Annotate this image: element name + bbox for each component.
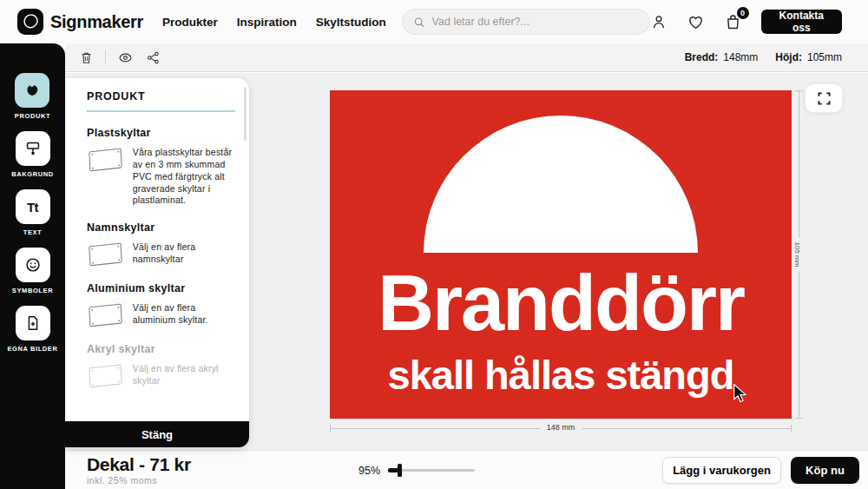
width-dimension-line: 148 mm <box>330 428 792 429</box>
zoom-value: 95% <box>358 465 380 477</box>
product-option-desc: Välj en av flera akryl skyltar <box>133 363 235 387</box>
sidebar-label: PRODUKT <box>15 112 50 120</box>
top-bar: Signmakerr Produkter Inspiration Skyltst… <box>0 0 868 43</box>
search-icon <box>413 16 425 29</box>
account-button[interactable] <box>650 13 667 30</box>
close-panel-button[interactable]: Stäng <box>65 421 249 447</box>
sidebar-item-text[interactable]: Tt TEXT <box>16 189 50 236</box>
mouse-cursor <box>732 384 749 403</box>
top-bar-icons: 0 <box>650 13 742 31</box>
sidebar-label: BAKGRUND <box>11 170 54 178</box>
price-block: Dekal - 71 kr inkl. 25% moms <box>87 454 191 486</box>
contact-button[interactable]: Kontakta oss <box>761 10 842 34</box>
file-plus-icon <box>23 314 43 333</box>
height-value: 105mm <box>807 51 842 63</box>
buy-now-button[interactable]: Köp nu <box>791 457 859 484</box>
sidebar-label: EGNA BILDER <box>8 345 58 353</box>
pebble-logo-icon <box>21 12 40 31</box>
product-option-plastskyltar[interactable]: Plastskyltar Våra plastskyltar består av… <box>87 127 235 207</box>
product-gem-icon <box>23 81 42 100</box>
sign-thumbnail-icon <box>87 147 124 173</box>
cart-count-badge: 0 <box>737 7 749 19</box>
nav-skyltstudion[interactable]: Skyltstudion <box>316 16 386 29</box>
sidebar-label: SYMBOLER <box>12 287 53 294</box>
product-option-akryl[interactable]: Akryl skyltar Välj en av flera akryl sky… <box>87 343 235 389</box>
sidebar-label: TEXT <box>23 228 43 236</box>
preview-button[interactable] <box>117 50 134 66</box>
share-icon <box>146 50 161 65</box>
sidebar-item-bakgrund[interactable]: BAKGRUND <box>11 131 54 178</box>
sign-text-line1[interactable]: Branddörr <box>330 264 792 342</box>
width-dimension-label: 148 mm <box>540 423 582 432</box>
product-option-namnskyltar[interactable]: Namnskyltar Välj en av flera namnskyltar <box>87 221 235 268</box>
delete-button[interactable] <box>79 50 94 65</box>
search-bar[interactable] <box>402 9 650 35</box>
product-option-title: Plastskyltar <box>87 127 235 139</box>
search-input[interactable] <box>432 16 639 28</box>
height-label: Höjd: <box>775 51 802 63</box>
share-button[interactable] <box>146 50 161 65</box>
nav-produkter[interactable]: Produkter <box>162 16 218 29</box>
width-label: Bredd: <box>685 51 719 63</box>
vat-note: inkl. 25% moms <box>87 475 191 486</box>
product-panel-content: PRODUKT Plastskyltar Våra plastskyltar b… <box>65 78 249 421</box>
bottom-bar: Dekal - 71 kr inkl. 25% moms 95% Lägg i … <box>65 450 868 489</box>
sign-text-line2[interactable]: skall hållas stängd <box>330 354 792 395</box>
panel-title: PRODUKT <box>87 90 235 112</box>
zoom-slider[interactable] <box>388 463 475 478</box>
fullscreen-button[interactable] <box>805 83 843 113</box>
paint-roller-icon <box>23 139 43 158</box>
cart-button[interactable]: 0 <box>724 13 742 31</box>
product-option-desc: Välj en av flera aluminium skyltar. <box>133 302 235 327</box>
brand-name[interactable]: Signmakerr <box>50 12 143 32</box>
zoom-slider-handle[interactable] <box>398 464 402 477</box>
nav-inspiration[interactable]: Inspiration <box>237 16 297 29</box>
user-icon <box>650 13 667 30</box>
product-panel: PRODUKT Plastskyltar Våra plastskyltar b… <box>65 78 249 447</box>
fullscreen-icon <box>818 92 831 105</box>
canvas-toolbar: Bredd: 148mm Höjd: 105mm <box>65 43 868 72</box>
heart-icon <box>687 13 705 31</box>
eye-icon <box>117 50 134 66</box>
height-dimension-label: 105 mm <box>793 238 801 272</box>
main-nav: Produkter Inspiration Skyltstudion <box>162 16 386 29</box>
height-dimension-line: 105 mm <box>799 90 799 419</box>
product-option-title: Namnskyltar <box>87 221 235 234</box>
width-value: 148mm <box>723 51 758 63</box>
sign-thumbnail-icon <box>87 363 124 389</box>
brand-logo[interactable] <box>17 9 43 35</box>
add-to-cart-button[interactable]: Lägg i varukorgen <box>662 457 781 484</box>
sidebar-item-symboler[interactable]: SYMBOLER <box>12 248 53 294</box>
sidebar-item-egna-bilder[interactable]: EGNA BILDER <box>8 306 58 353</box>
sign-canvas[interactable]: Branddörr skall hållas stängd <box>330 90 792 419</box>
zoom-control: 95% <box>358 451 475 489</box>
favorites-button[interactable] <box>687 13 705 31</box>
panel-scrollbar[interactable] <box>244 87 247 141</box>
product-option-desc: Välj en av flera namnskyltar <box>133 241 235 266</box>
smiley-icon <box>23 255 43 274</box>
size-readout: Bredd: 148mm Höjd: 105mm <box>685 51 868 63</box>
sign-thumbnail-icon <box>87 241 124 268</box>
toolbar-divider <box>105 50 106 64</box>
sign-thumbnail-icon <box>87 302 124 328</box>
trash-icon <box>79 50 94 65</box>
product-option-aluminium[interactable]: Aluminium skyltar Välj en av flera alumi… <box>87 282 235 328</box>
checkout-buttons: Lägg i varukorgen Köp nu <box>662 457 859 484</box>
product-option-title: Aluminium skyltar <box>87 282 235 294</box>
price-text: Dekal - 71 kr <box>87 454 191 475</box>
product-option-title: Akryl skyltar <box>87 343 235 355</box>
editor-main-area: PRODUKT Plastskyltar Våra plastskyltar b… <box>65 73 868 450</box>
product-option-desc: Våra plastskyltar består av en 3 mm skum… <box>133 147 235 207</box>
text-icon: Tt <box>27 200 38 215</box>
tool-sidebar: PRODUKT BAKGRUND Tt TEXT SYMBOLER <box>0 43 65 489</box>
sign-dome-shape <box>424 116 698 253</box>
sidebar-item-produkt[interactable]: PRODUKT <box>15 73 50 120</box>
